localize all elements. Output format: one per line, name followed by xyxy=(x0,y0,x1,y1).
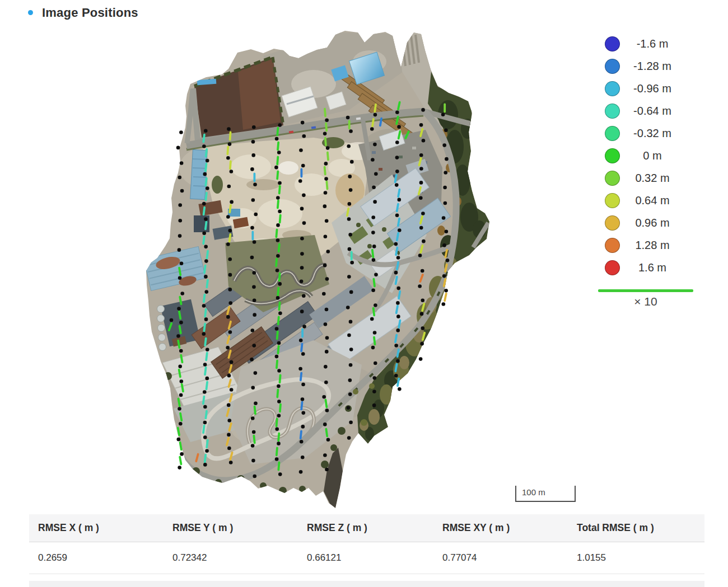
image-position-dot xyxy=(252,125,256,129)
image-position-dot xyxy=(324,322,328,326)
error-vector-dash xyxy=(230,234,231,242)
error-vector-dash xyxy=(279,303,279,310)
image-position-dot xyxy=(276,196,280,200)
image-position-dot xyxy=(371,215,375,219)
image-position-dot xyxy=(230,388,234,392)
error-vector-dash xyxy=(276,259,277,266)
legend-label: 0.32 m xyxy=(623,172,682,185)
image-position-dot xyxy=(276,223,280,227)
image-position-dot xyxy=(226,215,230,219)
image-position-dot xyxy=(275,457,279,461)
error-vector-dash xyxy=(206,179,207,186)
error-vector-dash xyxy=(182,384,183,392)
error-vector-dash xyxy=(444,279,446,287)
error-vector-dash xyxy=(395,335,396,342)
error-vector-dash xyxy=(328,153,328,160)
image-position-dot xyxy=(325,219,329,223)
error-vector-dash xyxy=(227,147,228,154)
image-position-dot xyxy=(178,365,182,369)
image-position-dot xyxy=(202,144,206,148)
rmse-table-value-row: 0.26590.723420.661210.770741.0155 xyxy=(29,542,704,574)
error-vector-dash xyxy=(380,119,381,126)
image-position-dot xyxy=(178,203,182,207)
image-position-dot xyxy=(254,371,258,375)
image-position-dot xyxy=(226,242,230,246)
error-vector-dash xyxy=(398,190,399,197)
error-vector-dash xyxy=(178,428,179,435)
error-vector-dash xyxy=(398,102,400,110)
image-position-dot xyxy=(277,442,281,445)
error-vector-dash xyxy=(280,405,281,412)
error-vector-dash xyxy=(374,337,375,345)
error-vector-dash xyxy=(203,426,204,433)
image-position-dot xyxy=(396,287,400,290)
image-position-dot xyxy=(370,317,374,321)
error-vector-dash xyxy=(230,133,231,140)
image-position-dot xyxy=(203,172,207,176)
image-position-dot xyxy=(300,440,304,444)
error-vector-dash xyxy=(399,132,400,139)
image-position-dot xyxy=(372,376,376,380)
image-position-dot xyxy=(176,146,180,150)
image-position-dot xyxy=(324,234,328,238)
image-position-dot xyxy=(229,461,233,464)
error-vector-dash xyxy=(325,400,326,407)
image-position-dot xyxy=(278,123,282,127)
next-section-strip xyxy=(29,581,704,587)
image-position-dot xyxy=(302,194,306,198)
error-vector-dash xyxy=(398,219,399,226)
rmse-value-cell: 0.2659 xyxy=(29,552,164,563)
image-position-dot xyxy=(395,156,399,159)
map-scale-bar: 100 m xyxy=(515,486,576,502)
image-position-dot xyxy=(371,346,375,350)
image-position-dot xyxy=(278,282,282,286)
error-vector-dash xyxy=(396,117,398,124)
image-position-dot xyxy=(326,146,330,150)
legend-label: 0.96 m xyxy=(623,217,682,229)
image-position-dot xyxy=(302,325,306,328)
error-vector-dash xyxy=(277,361,277,368)
image-positions-map xyxy=(143,28,507,512)
image-position-dot xyxy=(204,259,208,263)
image-position-dot xyxy=(251,140,255,144)
image-position-dot xyxy=(203,435,207,439)
image-position-dot xyxy=(419,167,423,171)
legend-swatch-icon xyxy=(605,238,620,253)
error-vector-dash xyxy=(445,265,447,272)
error-vector-dash xyxy=(277,128,278,135)
image-position-dot xyxy=(421,108,425,112)
image-position-dot xyxy=(252,430,256,434)
image-position-dot xyxy=(203,405,207,409)
image-position-dot xyxy=(419,123,423,127)
image-position-dot xyxy=(251,444,255,448)
image-position-dot xyxy=(394,374,398,378)
image-position-dot xyxy=(250,226,254,230)
error-vector-dash xyxy=(395,175,396,182)
error-vector-dash xyxy=(374,308,375,316)
image-position-dot xyxy=(348,202,352,206)
image-position-dot xyxy=(395,170,399,173)
rmse-header-cell: RMSE X ( m ) xyxy=(29,522,164,534)
image-position-dot xyxy=(178,176,181,180)
image-position-dot xyxy=(202,304,206,308)
error-vector-dash xyxy=(301,431,301,439)
image-position-dot xyxy=(325,336,329,340)
map-scale-bar-label: 100 m xyxy=(516,486,575,497)
image-position-dot xyxy=(227,127,231,131)
image-position-dot xyxy=(300,279,304,283)
image-position-dot xyxy=(204,275,208,279)
image-position-dot xyxy=(179,422,183,426)
image-position-dot xyxy=(278,472,282,476)
image-position-dot xyxy=(228,301,232,305)
image-position-dot xyxy=(276,296,280,300)
legend-item: 0 m xyxy=(605,144,728,167)
error-vector-dash xyxy=(277,157,278,165)
image-position-dot xyxy=(444,128,448,132)
image-position-dot xyxy=(373,331,377,335)
image-position-dot xyxy=(300,252,304,256)
image-position-dot xyxy=(252,285,256,289)
error-vector-dash xyxy=(398,379,399,386)
error-vector-dash xyxy=(395,364,396,372)
image-position-dot xyxy=(180,189,184,193)
error-vector-dash xyxy=(278,143,278,150)
